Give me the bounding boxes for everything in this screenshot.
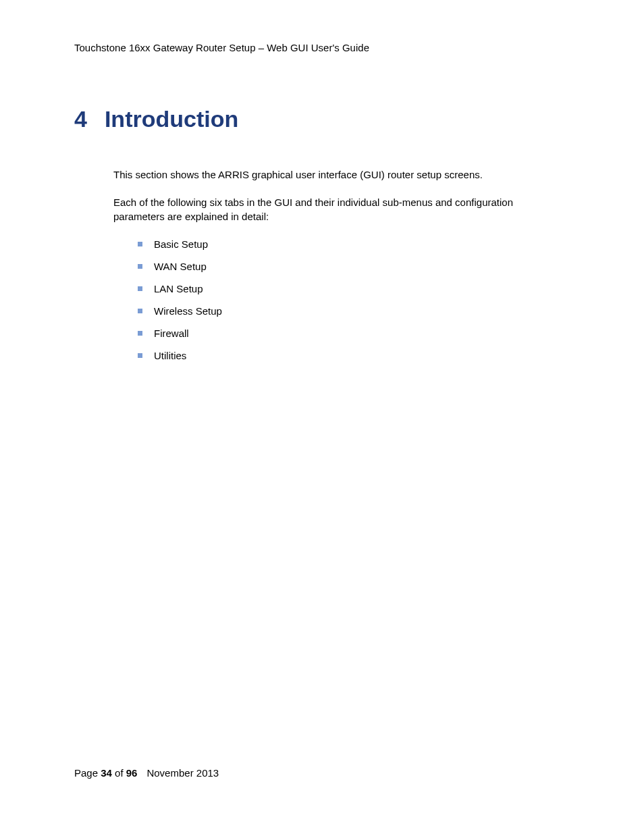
list-item: Wireless Setup: [138, 305, 570, 317]
footer-date: November 2013: [146, 767, 219, 779]
list-item-label: Firewall: [154, 328, 189, 339]
square-bullet-icon: [138, 309, 142, 313]
footer-page-label: Page: [74, 767, 101, 779]
paragraph-2: Each of the following six tabs in the GU…: [113, 195, 545, 224]
list-item: WAN Setup: [138, 261, 570, 272]
footer-page-of: of: [112, 767, 126, 779]
list-item-label: LAN Setup: [154, 283, 203, 294]
square-bullet-icon: [138, 242, 142, 246]
list-item: LAN Setup: [138, 283, 570, 294]
list-item-label: Basic Setup: [154, 238, 208, 250]
chapter-heading: 4 Introduction: [74, 106, 570, 132]
square-bullet-icon: [138, 286, 142, 291]
footer-page-total: 96: [126, 767, 138, 779]
chapter-title: Introduction: [105, 106, 238, 132]
square-bullet-icon: [138, 331, 142, 336]
list-item: Firewall: [138, 328, 570, 339]
body-content: This section shows the ARRIS graphical u…: [113, 167, 570, 361]
list-item-label: Utilities: [154, 350, 186, 361]
page-footer: Page 34 of 96November 2013: [74, 767, 219, 779]
document-header: Touchstone 16xx Gateway Router Setup – W…: [74, 42, 570, 53]
list-item-label: Wireless Setup: [154, 305, 222, 317]
list-item: Basic Setup: [138, 238, 570, 250]
chapter-number: 4: [74, 106, 87, 132]
footer-page-current: 34: [101, 767, 112, 779]
header-title: Touchstone 16xx Gateway Router Setup – W…: [74, 42, 369, 53]
square-bullet-icon: [138, 264, 142, 269]
list-item: Utilities: [138, 350, 570, 361]
paragraph-1: This section shows the ARRIS graphical u…: [113, 167, 545, 182]
list-item-label: WAN Setup: [154, 261, 207, 272]
bullet-list: Basic Setup WAN Setup LAN Setup Wireless…: [138, 238, 570, 361]
square-bullet-icon: [138, 353, 142, 358]
